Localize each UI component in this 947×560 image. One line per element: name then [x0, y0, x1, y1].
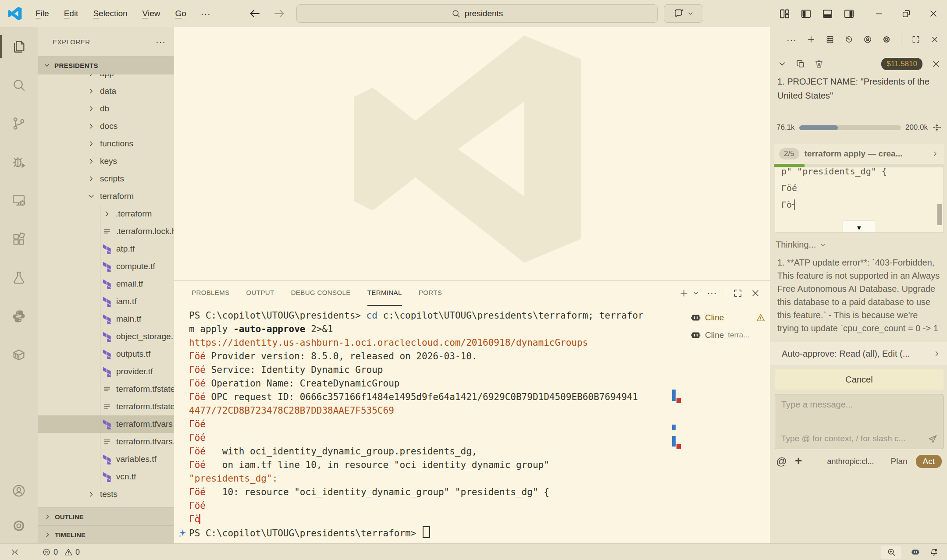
terminal-instance-cline[interactable]: Cline	[689, 309, 770, 326]
mention-icon[interactable]: @	[776, 457, 787, 467]
remote-explorer-icon[interactable]	[0, 181, 38, 220]
menu-file[interactable]: File	[28, 9, 57, 18]
tree-item-terraform.tfvars[interactable]: terraform.tfvars	[38, 415, 174, 433]
tree-item-app[interactable]: app	[38, 74, 174, 82]
chevron-down-icon[interactable]	[777, 59, 787, 69]
terminal-output[interactable]: PS C:\copilot\UTOUG\presidents> cd c:\co…	[174, 305, 689, 543]
cline-more-icon[interactable]: ···	[787, 35, 797, 45]
forward-arrow-icon[interactable]	[273, 7, 286, 20]
tree-item-provider.tf[interactable]: provider.tf	[38, 363, 174, 380]
testing-icon[interactable]	[0, 259, 38, 297]
timeline-section[interactable]: TIMELINE	[38, 525, 174, 543]
tree-item-variables.tf[interactable]: variables.tf	[38, 450, 174, 468]
remote-indicator-icon[interactable]	[11, 548, 19, 556]
customize-layout-icon[interactable]	[779, 8, 790, 20]
maximize-panel-icon[interactable]	[733, 288, 743, 298]
tree-item-terraform.tfstate.bac...[interactable]: terraform.tfstate.bac...	[38, 398, 174, 415]
close-button[interactable]	[920, 0, 947, 27]
chat-input[interactable]: Type a message... Type @ for context, / …	[775, 394, 943, 449]
account-icon[interactable]	[863, 35, 872, 45]
auto-approve-row[interactable]: Auto-approve: Read (all), Edit (...	[770, 342, 947, 365]
cancel-button[interactable]: Cancel	[775, 369, 943, 390]
panel-tab-ports[interactable]: PORTS	[419, 280, 442, 306]
new-terminal-icon[interactable]	[679, 288, 689, 298]
tree-item-main.tf[interactable]: main.tf	[38, 310, 174, 328]
act-mode-toggle[interactable]: Act	[916, 455, 942, 468]
zoom-status-button[interactable]	[881, 546, 901, 559]
copy-icon[interactable]	[796, 59, 805, 69]
history-icon[interactable]	[844, 35, 853, 45]
send-icon[interactable]	[927, 434, 938, 444]
panel-tab-terminal[interactable]: TERMINAL	[367, 280, 402, 306]
outline-section[interactable]: OUTLINE	[38, 507, 174, 525]
explorer-more-icon[interactable]: ···	[156, 37, 166, 47]
menu-more-icon[interactable]: ···	[194, 9, 218, 19]
add-icon[interactable]: +	[795, 456, 802, 466]
terminal-dropdown-icon[interactable]	[692, 290, 699, 297]
tree-item-iam.tf[interactable]: iam.tf	[38, 293, 174, 310]
search-sidebar-icon[interactable]	[0, 66, 38, 104]
container-icon[interactable]	[0, 336, 38, 374]
settings-gear-icon[interactable]	[0, 508, 38, 543]
subtask-card[interactable]: 2/5 terraform apply — crea...	[774, 144, 944, 167]
explorer-icon[interactable]	[0, 27, 38, 66]
extensions-icon[interactable]	[0, 220, 38, 259]
tree-item-tests[interactable]: tests	[38, 486, 174, 503]
problems-status[interactable]: 0 0	[42, 548, 83, 557]
panel-tab-output[interactable]: OUTPUT	[246, 280, 274, 306]
terminal-instance-cline[interactable]: Clineterra...	[689, 326, 770, 344]
open-in-editor-icon[interactable]	[911, 35, 920, 45]
run-debug-icon[interactable]	[0, 143, 38, 181]
menu-edit[interactable]: Edit	[57, 9, 86, 18]
python-icon[interactable]	[0, 297, 38, 336]
snippet-scrollbar[interactable]	[937, 204, 942, 225]
close-panel-icon[interactable]	[751, 288, 760, 298]
source-control-icon[interactable]	[0, 104, 38, 143]
tree-item-atp.tf[interactable]: atp.tf	[38, 240, 174, 258]
back-arrow-icon[interactable]	[248, 7, 261, 20]
toggle-primary-sidebar-icon[interactable]	[800, 8, 812, 20]
menu-view[interactable]: View	[135, 9, 168, 18]
scroll-to-bottom-button[interactable]: ▼	[843, 221, 876, 233]
tree-item-email.tf[interactable]: email.tf	[38, 275, 174, 293]
menu-go[interactable]: Go	[167, 9, 193, 18]
tree-item-functions[interactable]: functions	[38, 135, 174, 152]
tree-item-terraform.tfstate[interactable]: terraform.tfstate	[38, 380, 174, 398]
panel-tab-problems[interactable]: PROBLEMS	[192, 280, 230, 306]
plan-mode-toggle[interactable]: Plan	[891, 457, 908, 466]
tree-item-.env.example[interactable]: .env.example	[38, 503, 174, 507]
tree-item-scripts[interactable]: scripts	[38, 170, 174, 188]
tree-item-compute.tf[interactable]: compute.tf	[38, 258, 174, 275]
tree-item-.terraform.lock.hcl[interactable]: .terraform.lock.hcl	[38, 223, 174, 240]
mcp-servers-icon[interactable]	[826, 35, 834, 45]
new-task-icon[interactable]	[807, 35, 815, 45]
terminal-snippet-card[interactable]: p" "presidents_dg" {ΓöéΓò┤ ▼	[775, 167, 943, 233]
model-selector[interactable]: anthropic:cl...	[827, 457, 874, 466]
tree-item-data[interactable]: data	[38, 82, 174, 100]
tree-item-terraform[interactable]: terraform	[38, 188, 174, 205]
close-task-icon[interactable]	[931, 59, 941, 69]
close-panel-icon[interactable]	[930, 35, 939, 45]
tree-item-object-storage.tf[interactable]: object_storage.tf	[38, 328, 174, 345]
restore-button[interactable]	[893, 0, 920, 27]
delete-task-icon[interactable]	[814, 59, 824, 69]
collapse-context-icon[interactable]	[932, 123, 942, 132]
tree-item-keys[interactable]: keys	[38, 152, 174, 170]
tree-root-presidents[interactable]: PRESIDENTS	[38, 56, 174, 74]
account-icon[interactable]	[0, 473, 38, 508]
tree-item-terraform.tfvars.exam...[interactable]: terraform.tfvars.exam...	[38, 433, 174, 450]
copilot-chat-button[interactable]	[664, 4, 703, 23]
cline-status-icon[interactable]	[911, 548, 920, 556]
toggle-secondary-sidebar-icon[interactable]	[843, 8, 855, 20]
settings-gear-icon[interactable]	[882, 35, 891, 45]
thinking-header[interactable]: Thinking...	[776, 240, 943, 250]
command-center-search[interactable]: presidents	[296, 4, 658, 23]
panel-more-icon[interactable]: ···	[707, 288, 717, 298]
menu-selection[interactable]: Selection	[85, 9, 135, 18]
toggle-panel-icon[interactable]	[822, 8, 833, 20]
tree-item-outputs.tf[interactable]: outputs.tf	[38, 345, 174, 363]
notifications-bell-icon[interactable]	[929, 548, 938, 556]
tree-item-db[interactable]: db	[38, 100, 174, 117]
panel-tab-debug-console[interactable]: DEBUG CONSOLE	[291, 280, 351, 306]
tree-item-docs[interactable]: docs	[38, 117, 174, 135]
